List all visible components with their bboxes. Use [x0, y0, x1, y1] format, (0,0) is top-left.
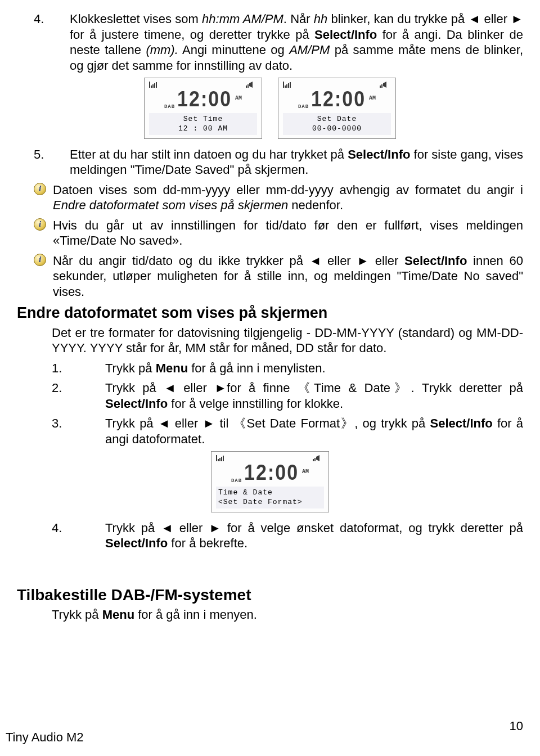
step-number: 4. [17, 11, 70, 27]
lcd-text: Time & Date <Set Date Format> [216, 487, 324, 508]
svg-rect-7 [248, 84, 249, 88]
info-note-2: i Hvis du går ut av innstillingen for ti… [17, 218, 523, 249]
substep-2: 2. Trykk på ◄ eller ►for å finne 《Time &… [17, 380, 523, 411]
t: Select/Info [105, 397, 168, 411]
step-5-body: Etter at du har stilt inn datoen og du h… [70, 147, 523, 178]
ampm-label: AM [369, 95, 376, 102]
t: Trykk på ◄ eller ►for å finne 《Time & Da… [105, 381, 523, 395]
ampm-label: AM [235, 95, 242, 102]
lcd-line1: Time & Date [218, 488, 322, 498]
lcd-set-date: DAB 12:00 AM Set Date 00-00-0000 [278, 78, 396, 139]
svg-rect-12 [290, 82, 291, 88]
speaker-icon [313, 455, 324, 461]
svg-rect-15 [381, 84, 382, 88]
t: Trykk på ◄ eller ► til 《Set Date Format》… [105, 416, 430, 430]
step-number: 4. [17, 520, 105, 536]
t: Select/Info [348, 147, 410, 161]
info-icon: i [34, 218, 46, 231]
svg-rect-0 [149, 82, 150, 88]
svg-rect-2 [152, 84, 154, 88]
t: hh:mm AM/PM [202, 12, 284, 26]
t: for å gå inn i menyen. [134, 608, 257, 622]
svg-marker-13 [383, 82, 386, 88]
dab-label: DAB [164, 104, 175, 110]
svg-rect-17 [218, 459, 219, 461]
t: Select/Info [105, 536, 168, 550]
t: Select/Info [430, 416, 492, 430]
lcd-line2: 00-00-0000 [285, 124, 389, 134]
info-icon: i [34, 254, 46, 266]
svg-rect-11 [288, 83, 289, 88]
lcd-set-time: DAB 12:00 AM Set Time 12 : 00 AM [144, 78, 262, 139]
dab-label: DAB [231, 478, 242, 484]
lcd-line2: <Set Date Format> [218, 497, 322, 507]
svg-rect-4 [156, 82, 157, 88]
substep-1: 1. Trykk på Menu for å gå inn i menylist… [17, 361, 523, 376]
svg-marker-21 [316, 455, 320, 461]
info-1-body: Datoen vises som dd-mm-yyyy eller mm-dd-… [53, 182, 523, 213]
t: Klokkeslettet vises som [70, 12, 202, 26]
svg-rect-14 [380, 86, 381, 88]
substep-1-body: Trykk på Menu for å gå inn i menylisten. [105, 361, 523, 376]
t: Trykk på ◄ eller ► for å velge ønsket da… [105, 521, 523, 535]
t: Select/Info [404, 254, 467, 268]
t: for å gå inn i menylisten. [188, 361, 326, 375]
lcd-single: DAB 12:00 AM Time & Date <Set Date Forma… [17, 451, 523, 512]
formats-intro: Det er tre formater for datovisning tilg… [52, 325, 523, 356]
page-number: 10 [510, 718, 523, 734]
t: Etter at du har stilt inn datoen og du h… [70, 147, 348, 161]
svg-rect-22 [313, 459, 314, 461]
svg-marker-5 [249, 82, 253, 88]
step-4-body: Klokkeslettet vises som hh:mm AM/PM. Når… [70, 11, 523, 73]
lcd-date-format: DAB 12:00 AM Time & Date <Set Date Forma… [211, 451, 329, 512]
lcd-text: Set Date 00-00-0000 [283, 113, 391, 135]
info-note-1: i Datoen vises som dd-mm-yyyy eller mm-d… [17, 182, 523, 213]
footer-product: Tiny Audio M2 [6, 730, 84, 745]
svg-rect-1 [151, 86, 152, 88]
signal-icon [216, 455, 227, 461]
svg-rect-9 [285, 86, 286, 88]
t: hh [314, 12, 327, 26]
t: Endre datoformatet som vises på skjermen [53, 198, 288, 212]
substep-3: 3. Trykk på ◄ eller ► til 《Set Date Form… [17, 416, 523, 447]
t: Select/Info [314, 28, 377, 42]
info-note-3: i Når du angir tid/dato og du ikke trykk… [17, 253, 523, 300]
t: Datoen vises som dd-mm-yyyy eller mm-dd-… [53, 183, 523, 197]
lcd-line2: 12 : 00 AM [151, 124, 255, 134]
clock-digits: 12:00 [244, 458, 299, 486]
svg-rect-18 [219, 458, 220, 461]
t: (mm). [146, 43, 178, 57]
svg-rect-8 [283, 82, 284, 88]
t: Trykk på [52, 608, 102, 622]
reset-text: Trykk på Menu for å gå inn i menyen. [52, 607, 523, 623]
clock-digits: 12:00 [177, 85, 232, 112]
svg-rect-23 [314, 458, 316, 461]
t: Trykk på [105, 361, 156, 375]
info-3-body: Når du angir tid/dato og du ikke trykker… [53, 253, 523, 300]
t: Angi minuttene og [178, 43, 289, 57]
step-number: 5. [17, 147, 70, 163]
svg-rect-10 [286, 84, 287, 88]
clock-digits: 12:00 [311, 85, 366, 112]
t: . Når [284, 12, 314, 26]
heading-reset: Tilbakestille DAB-/FM-systemet [17, 585, 523, 605]
speaker-icon [246, 82, 257, 88]
step-number: 2. [17, 380, 105, 396]
info-icon: i [34, 183, 46, 195]
step-number: 1. [17, 361, 105, 376]
info-2-body: Hvis du går ut av innstillingen for tid/… [53, 218, 523, 249]
dab-label: DAB [298, 104, 309, 110]
lcd-text: Set Time 12 : 00 AM [149, 113, 257, 135]
signal-icon [149, 82, 160, 88]
step-number: 3. [17, 416, 105, 431]
t: for å bekrefte. [168, 536, 248, 550]
lcd-line1: Set Date [285, 114, 389, 124]
t: AM/PM [289, 43, 330, 57]
step-5: 5. Etter at du har stilt inn datoen og d… [17, 147, 523, 178]
substep-4-body: Trykk på ◄ eller ► for å velge ønsket da… [105, 520, 523, 551]
lcd-pair: DAB 12:00 AM Set Time 12 : 00 AM DAB 12:… [17, 78, 523, 139]
t: Menu [156, 361, 188, 375]
svg-rect-19 [221, 457, 222, 461]
t: Menu [102, 608, 134, 622]
t: Når du angir tid/dato og du ikke trykker… [53, 254, 404, 268]
